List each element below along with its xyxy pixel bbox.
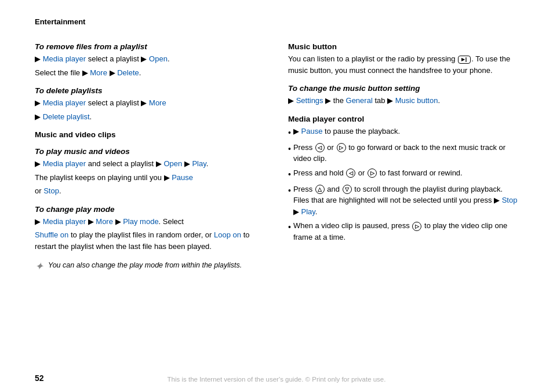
- back-hold-btn-icon: ◁: [346, 168, 355, 178]
- media-control-list: • ▶ Pause to pause the playback. • Press…: [288, 126, 518, 243]
- section-remove-files-content: ▶ Media player select a playlist ▶ Open.: [35, 53, 265, 65]
- arrow-icon14: ▶: [115, 217, 123, 226]
- section-music-button-content: You can listen to a playlist or the radi…: [288, 53, 518, 76]
- bullet-icon: •: [288, 143, 291, 155]
- bullet-icon: •: [288, 221, 291, 233]
- loop-on-kw: Loop on: [214, 230, 241, 239]
- section-music-button: Music button You can listen to a playlis…: [288, 42, 518, 76]
- bullet-icon: •: [288, 168, 291, 181]
- arrow-icon8: ▶: [35, 159, 43, 168]
- tip-box: ✦ You can also change the play mode from…: [35, 261, 265, 273]
- play-kw1: Play: [192, 159, 206, 168]
- arrow-icon3: ▶: [82, 68, 90, 77]
- arrow-icon20: ▶: [293, 207, 301, 216]
- bullet-content-2: Press ◁ or ▷ to go forward or back to th…: [293, 142, 518, 164]
- bullet-content-4: Press △ and ▽ to scroll through the play…: [293, 184, 518, 218]
- content-area: To remove files from a playlist ▶ Media …: [35, 34, 518, 273]
- shuffle-on-kw: Shuffle on: [35, 230, 68, 239]
- delete-kw1: Delete: [117, 68, 139, 77]
- pause-kw2: Pause: [301, 127, 323, 135]
- footer-disclaimer: This is the Internet version of the user…: [0, 376, 553, 383]
- stop-kw1: Stop: [43, 186, 59, 195]
- right-column: Music button You can listen to a playlis…: [288, 34, 518, 273]
- section-play-music-title: To play music and videos: [35, 147, 265, 156]
- arrow-icon: ▶: [35, 54, 43, 63]
- arrow-icon9: ▶: [156, 159, 164, 168]
- pause-kw1: Pause: [172, 173, 193, 182]
- settings-kw: Settings: [296, 96, 323, 105]
- section-play-mode-content2: Shuffle on to play the playlist files in…: [35, 229, 265, 252]
- open-kw2: Open: [163, 159, 182, 168]
- tip-icon: ✦: [35, 260, 43, 273]
- section-play-mode-content1: ▶ Media player ▶ More ▶ Play mode. Selec…: [35, 216, 265, 228]
- section-change-music-btn-title: To change the music button setting: [288, 84, 518, 93]
- delete-playlist-kw: Delete playlist: [43, 112, 90, 121]
- media-player-kw3: Media player: [43, 159, 86, 168]
- forward-hold-btn-icon: ▷: [368, 168, 377, 178]
- arrow-icon18: ▶: [293, 127, 301, 135]
- list-item: • Press and hold ◁ or ▷ to fast forward …: [288, 167, 518, 181]
- frame-btn-icon: ▷: [412, 222, 421, 231]
- arrow-icon10: ▶: [184, 159, 192, 168]
- arrow-icon4: ▶: [110, 68, 118, 77]
- tip-text: You can also change the play mode from w…: [48, 261, 242, 269]
- play-mode-kw: Play mode: [123, 217, 158, 226]
- arrow-icon11: ▶: [164, 173, 172, 182]
- section-music-video-title: Music and video clips: [35, 130, 265, 139]
- stop-kw2: Stop: [502, 196, 518, 204]
- section-delete-playlists-content2: ▶ Delete playlist.: [35, 111, 265, 123]
- list-item: • ▶ Pause to pause the playback.: [288, 126, 518, 139]
- arrow-icon15: ▶: [288, 96, 296, 105]
- section-play-music-content1: ▶ Media player and select a playlist ▶ O…: [35, 158, 265, 170]
- section-media-control-title: Media player control: [288, 115, 518, 123]
- more-kw2: More: [149, 98, 166, 107]
- section-play-music: To play music and videos ▶ Media player …: [35, 147, 265, 197]
- arrow-icon6: ▶: [141, 98, 149, 107]
- media-player-kw2: Media player: [43, 98, 86, 107]
- section-remove-files-content2: Select the file ▶ More ▶ Delete.: [35, 67, 265, 79]
- section-music-button-title: Music button: [288, 42, 518, 51]
- bullet-content-3: Press and hold ◁ or ▷ to fast forward or…: [293, 167, 463, 179]
- section-play-mode-title: To change play mode: [35, 205, 265, 214]
- more-kw3: More: [96, 217, 113, 226]
- arrow-icon16: ▶: [325, 96, 331, 105]
- arrow-icon13: ▶: [88, 217, 96, 226]
- page-header: Entertainment: [35, 17, 518, 26]
- section-play-music-content2: The playlist keeps on playing until you …: [35, 172, 265, 184]
- section-media-control: Media player control • ▶ Pause to pause …: [288, 115, 518, 243]
- bullet-content-1: ▶ Pause to pause the playback.: [293, 126, 400, 137]
- arrow-icon17: ▶: [387, 96, 395, 105]
- page: Entertainment To remove files from a pla…: [0, 0, 553, 392]
- section-remove-files: To remove files from a playlist ▶ Media …: [35, 42, 265, 78]
- left-column: To remove files from a playlist ▶ Media …: [35, 34, 265, 273]
- play-pause-icon: ▶‖: [458, 56, 471, 64]
- list-item: • Press △ and ▽ to scroll through the pl…: [288, 184, 518, 218]
- section-play-music-content3: or Stop.: [35, 185, 265, 197]
- down-btn-icon: ▽: [343, 185, 352, 194]
- section-change-music-btn: To change the music button setting ▶ Set…: [288, 84, 518, 107]
- up-btn-icon: △: [315, 185, 325, 194]
- header-title: Entertainment: [35, 17, 85, 26]
- section-delete-playlists: To delete playlists ▶ Media player selec…: [35, 86, 265, 122]
- arrow-icon2: ▶: [141, 54, 149, 63]
- general-kw: General: [346, 96, 373, 105]
- back-btn-icon: ◁: [315, 143, 325, 152]
- forward-btn-icon: ▷: [337, 143, 346, 152]
- arrow-icon19: ▶: [494, 196, 502, 204]
- section-music-video: Music and video clips: [35, 130, 265, 139]
- arrow-icon12: ▶: [35, 217, 43, 226]
- section-remove-files-title: To remove files from a playlist: [35, 42, 265, 51]
- arrow-icon7: ▶: [35, 112, 43, 121]
- music-button-kw: Music button: [395, 96, 438, 105]
- bullet-content-5: When a video clip is paused, press ▷ to …: [293, 220, 518, 243]
- section-delete-playlists-content1: ▶ Media player select a playlist ▶ More: [35, 97, 265, 109]
- section-delete-playlists-title: To delete playlists: [35, 86, 265, 95]
- play-kw2: Play: [301, 207, 315, 216]
- open-kw1: Open: [149, 54, 168, 63]
- bullet-icon: •: [288, 185, 291, 197]
- media-player-kw1: Media player: [43, 54, 86, 63]
- arrow-icon5: ▶: [35, 98, 43, 107]
- section-change-music-btn-content: ▶ Settings ▶ the General tab ▶ Music but…: [288, 95, 518, 107]
- list-item: • Press ◁ or ▷ to go forward or back to …: [288, 142, 518, 164]
- bullet-icon: •: [288, 127, 291, 139]
